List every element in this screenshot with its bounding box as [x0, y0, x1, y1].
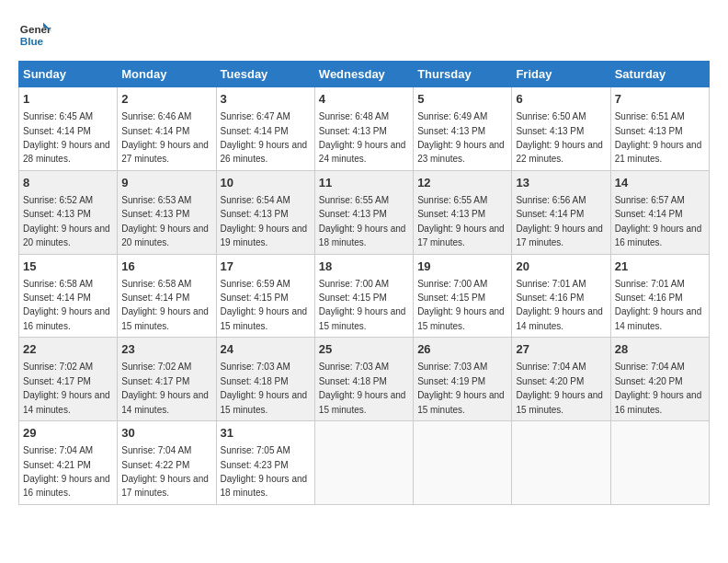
header-row: SundayMondayTuesdayWednesdayThursdayFrid… [19, 62, 710, 87]
day-number: 14 [615, 175, 705, 191]
day-number: 29 [23, 425, 113, 442]
day-cell [314, 421, 413, 505]
day-header-wednesday: Wednesday [314, 62, 413, 87]
day-number: 26 [417, 341, 507, 358]
day-number: 18 [319, 259, 409, 275]
day-cell [414, 421, 512, 505]
week-row-5: 29 Sunrise: 7:04 AMSunset: 4:21 PMDaylig… [19, 421, 710, 505]
day-header-tuesday: Tuesday [216, 62, 314, 87]
day-cell: 17 Sunrise: 6:59 AMSunset: 4:15 PMDaylig… [216, 254, 314, 338]
day-cell: 15 Sunrise: 6:58 AMSunset: 4:14 PMDaylig… [19, 254, 118, 338]
day-cell: 3 Sunrise: 6:47 AMSunset: 4:14 PMDayligh… [216, 87, 314, 171]
day-info: Sunrise: 6:51 AMSunset: 4:13 PMDaylight:… [615, 111, 702, 164]
day-header-thursday: Thursday [414, 62, 512, 87]
day-info: Sunrise: 6:54 AMSunset: 4:13 PMDaylight:… [221, 195, 308, 247]
header: General Blue [18, 18, 710, 52]
day-info: Sunrise: 6:57 AMSunset: 4:14 PMDaylight:… [615, 195, 702, 247]
day-number: 21 [615, 259, 705, 275]
day-info: Sunrise: 6:50 AMSunset: 4:13 PMDaylight:… [516, 111, 603, 164]
day-info: Sunrise: 6:46 AMSunset: 4:14 PMDaylight:… [121, 111, 209, 164]
day-info: Sunrise: 6:55 AMSunset: 4:13 PMDaylight:… [417, 195, 505, 247]
day-number: 23 [121, 341, 211, 358]
day-cell: 19 Sunrise: 7:00 AMSunset: 4:15 PMDaylig… [414, 254, 512, 338]
day-info: Sunrise: 7:03 AMSunset: 4:19 PMDaylight:… [417, 362, 505, 414]
day-number: 28 [615, 341, 705, 358]
day-cell: 29 Sunrise: 7:04 AMSunset: 4:21 PMDaylig… [19, 421, 118, 505]
week-row-4: 22 Sunrise: 7:02 AMSunset: 4:17 PMDaylig… [19, 338, 710, 421]
day-info: Sunrise: 6:59 AMSunset: 4:15 PMDaylight:… [221, 279, 308, 331]
day-info: Sunrise: 7:01 AMSunset: 4:16 PMDaylight:… [516, 279, 603, 331]
day-info: Sunrise: 6:56 AMSunset: 4:14 PMDaylight:… [516, 195, 603, 247]
logo: General Blue [18, 18, 51, 52]
day-cell: 23 Sunrise: 7:02 AMSunset: 4:17 PMDaylig… [118, 338, 216, 421]
day-number: 7 [615, 91, 705, 108]
day-info: Sunrise: 7:00 AMSunset: 4:15 PMDaylight:… [417, 279, 505, 331]
day-number: 30 [121, 425, 211, 442]
day-header-sunday: Sunday [19, 62, 118, 87]
day-number: 10 [221, 175, 311, 191]
day-header-monday: Monday [118, 62, 216, 87]
day-cell: 12 Sunrise: 6:55 AMSunset: 4:13 PMDaylig… [414, 170, 512, 254]
day-number: 17 [221, 259, 311, 275]
day-cell: 31 Sunrise: 7:05 AMSunset: 4:23 PMDaylig… [216, 421, 314, 505]
day-header-saturday: Saturday [610, 62, 709, 87]
day-number: 3 [221, 91, 311, 108]
day-number: 2 [121, 91, 211, 108]
day-info: Sunrise: 6:53 AMSunset: 4:13 PMDaylight:… [121, 195, 209, 247]
day-cell: 1 Sunrise: 6:45 AMSunset: 4:14 PMDayligh… [19, 87, 118, 171]
day-info: Sunrise: 6:49 AMSunset: 4:13 PMDaylight:… [417, 111, 505, 164]
day-cell: 14 Sunrise: 6:57 AMSunset: 4:14 PMDaylig… [610, 170, 709, 254]
day-cell: 27 Sunrise: 7:04 AMSunset: 4:20 PMDaylig… [512, 338, 610, 421]
day-number: 1 [23, 91, 113, 108]
day-cell: 4 Sunrise: 6:48 AMSunset: 4:13 PMDayligh… [314, 87, 413, 171]
day-info: Sunrise: 7:05 AMSunset: 4:23 PMDaylight:… [221, 445, 308, 498]
logo-icon: General Blue [18, 18, 51, 52]
day-number: 11 [319, 175, 409, 191]
day-number: 8 [23, 175, 113, 191]
day-number: 5 [417, 91, 507, 108]
day-number: 20 [516, 259, 606, 275]
day-cell [512, 421, 610, 505]
svg-text:General: General [20, 23, 51, 35]
day-cell: 21 Sunrise: 7:01 AMSunset: 4:16 PMDaylig… [610, 254, 709, 338]
day-info: Sunrise: 6:47 AMSunset: 4:14 PMDaylight:… [221, 111, 308, 164]
day-cell: 8 Sunrise: 6:52 AMSunset: 4:13 PMDayligh… [19, 170, 118, 254]
day-cell: 13 Sunrise: 6:56 AMSunset: 4:14 PMDaylig… [512, 170, 610, 254]
day-info: Sunrise: 6:55 AMSunset: 4:13 PMDaylight:… [319, 195, 406, 247]
day-info: Sunrise: 6:58 AMSunset: 4:14 PMDaylight:… [23, 279, 110, 331]
day-number: 15 [23, 259, 113, 275]
day-cell: 26 Sunrise: 7:03 AMSunset: 4:19 PMDaylig… [414, 338, 512, 421]
day-cell [610, 421, 709, 505]
day-info: Sunrise: 6:45 AMSunset: 4:14 PMDaylight:… [23, 111, 110, 164]
day-info: Sunrise: 6:58 AMSunset: 4:14 PMDaylight:… [121, 279, 209, 331]
day-cell: 11 Sunrise: 6:55 AMSunset: 4:13 PMDaylig… [314, 170, 413, 254]
day-info: Sunrise: 7:04 AMSunset: 4:21 PMDaylight:… [23, 445, 110, 498]
calendar-table: SundayMondayTuesdayWednesdayThursdayFrid… [18, 61, 710, 505]
day-cell: 24 Sunrise: 7:03 AMSunset: 4:18 PMDaylig… [216, 338, 314, 421]
day-cell: 28 Sunrise: 7:04 AMSunset: 4:20 PMDaylig… [610, 338, 709, 421]
day-number: 22 [23, 341, 113, 358]
day-info: Sunrise: 7:01 AMSunset: 4:16 PMDaylight:… [615, 279, 702, 331]
day-cell: 9 Sunrise: 6:53 AMSunset: 4:13 PMDayligh… [118, 170, 216, 254]
day-info: Sunrise: 7:02 AMSunset: 4:17 PMDaylight:… [23, 362, 110, 414]
day-cell: 20 Sunrise: 7:01 AMSunset: 4:16 PMDaylig… [512, 254, 610, 338]
day-info: Sunrise: 6:52 AMSunset: 4:13 PMDaylight:… [23, 195, 110, 247]
day-cell: 2 Sunrise: 6:46 AMSunset: 4:14 PMDayligh… [118, 87, 216, 171]
day-cell: 16 Sunrise: 6:58 AMSunset: 4:14 PMDaylig… [118, 254, 216, 338]
svg-text:Blue: Blue [20, 35, 44, 47]
week-row-3: 15 Sunrise: 6:58 AMSunset: 4:14 PMDaylig… [19, 254, 710, 338]
day-cell: 5 Sunrise: 6:49 AMSunset: 4:13 PMDayligh… [414, 87, 512, 171]
day-number: 16 [121, 259, 211, 275]
day-cell: 18 Sunrise: 7:00 AMSunset: 4:15 PMDaylig… [314, 254, 413, 338]
day-number: 9 [121, 175, 211, 191]
week-row-1: 1 Sunrise: 6:45 AMSunset: 4:14 PMDayligh… [19, 87, 710, 171]
day-number: 27 [516, 341, 606, 358]
day-info: Sunrise: 7:04 AMSunset: 4:22 PMDaylight:… [121, 445, 209, 498]
day-number: 25 [319, 341, 409, 358]
day-cell: 7 Sunrise: 6:51 AMSunset: 4:13 PMDayligh… [610, 87, 709, 171]
day-info: Sunrise: 7:02 AMSunset: 4:17 PMDaylight:… [121, 362, 209, 414]
day-number: 4 [319, 91, 409, 108]
day-info: Sunrise: 7:03 AMSunset: 4:18 PMDaylight:… [221, 362, 308, 414]
day-info: Sunrise: 6:48 AMSunset: 4:13 PMDaylight:… [319, 111, 406, 164]
day-cell: 22 Sunrise: 7:02 AMSunset: 4:17 PMDaylig… [19, 338, 118, 421]
